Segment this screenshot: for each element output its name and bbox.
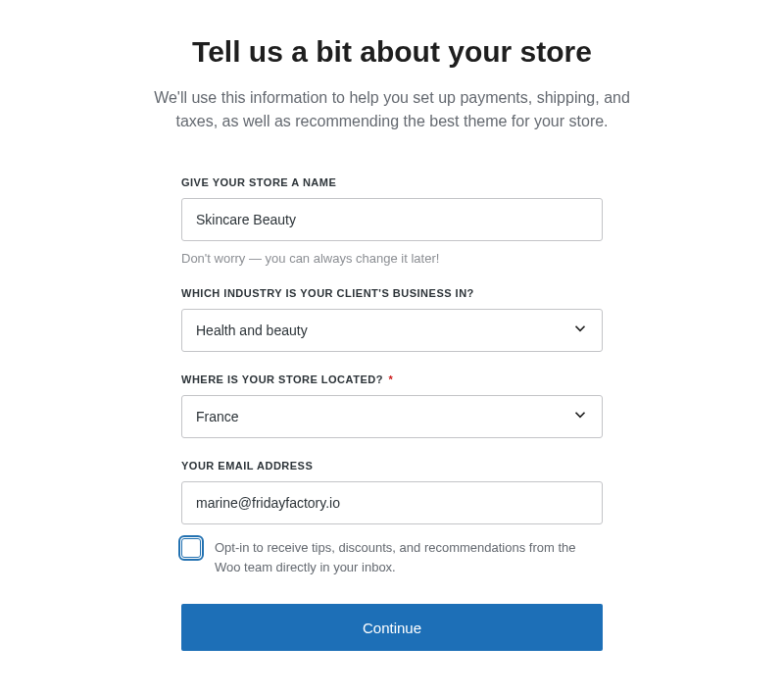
page-subtitle: We'll use this information to help you s… <box>118 86 666 133</box>
store-name-label: GIVE YOUR STORE A NAME <box>181 176 603 188</box>
store-name-input[interactable] <box>181 198 603 241</box>
page-title: Tell us a bit about your store <box>118 35 666 69</box>
optin-checkbox[interactable] <box>181 538 201 558</box>
required-asterisk: * <box>388 373 393 385</box>
continue-button[interactable]: Continue <box>181 604 603 651</box>
email-label: YOUR EMAIL ADDRESS <box>181 460 603 472</box>
industry-label: WHICH INDUSTRY IS YOUR CLIENT'S BUSINESS… <box>181 287 603 299</box>
location-select[interactable]: France <box>181 395 603 438</box>
store-name-helper: Don't worry — you can always change it l… <box>181 251 603 266</box>
optin-label: Opt-in to receive tips, discounts, and r… <box>215 538 603 576</box>
email-input[interactable] <box>181 481 603 524</box>
industry-value: Health and beauty <box>196 323 308 338</box>
location-value: France <box>196 409 239 424</box>
location-label: WHERE IS YOUR STORE LOCATED? * <box>181 373 603 385</box>
industry-select[interactable]: Health and beauty <box>181 309 603 352</box>
